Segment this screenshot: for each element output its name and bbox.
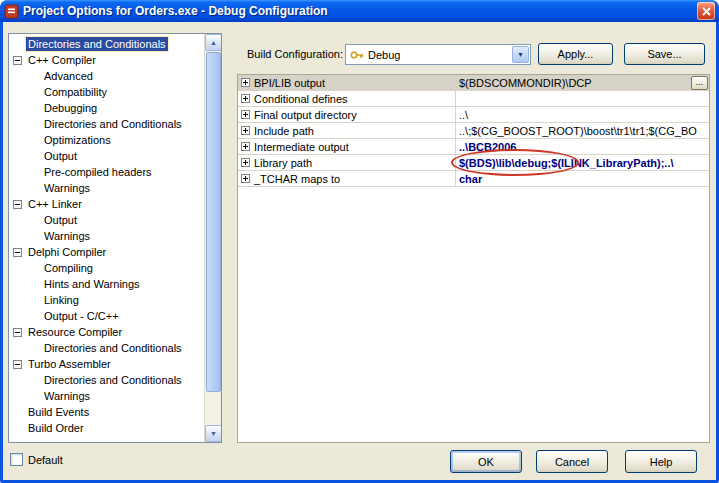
tree-item-precompiled-headers[interactable]: Pre-compiled headers <box>9 164 204 180</box>
tree-item-cpp-linker[interactable]: C++ Linker <box>9 196 204 212</box>
expand-icon[interactable] <box>241 174 250 183</box>
property-grid: BPI/LIB output $(BDSCOMMONDIR)\DCP... Co… <box>237 74 710 443</box>
window-icon <box>4 4 19 19</box>
dialog-body: Directories and Conditionals C++ Compile… <box>3 22 716 480</box>
tree-scrollbar[interactable]: ▲ ▼ <box>204 34 221 442</box>
property-row-include-path[interactable]: Include path ..\;$(CG_BOOST_ROOT)\boost\… <box>238 123 709 139</box>
tree-item-build-events[interactable]: Build Events <box>9 404 204 420</box>
property-row-intermediate-output[interactable]: Intermediate output ..\BCB2006 <box>238 139 709 155</box>
help-button[interactable]: Help <box>625 450 697 473</box>
property-row-tchar-maps-to[interactable]: _TCHAR maps to char <box>238 171 709 187</box>
collapse-icon[interactable] <box>13 360 22 369</box>
property-value[interactable]: ..\ <box>459 109 709 121</box>
property-value[interactable]: ..\BCB2006 <box>459 141 709 153</box>
tree-item-tasm-warnings[interactable]: Warnings <box>9 388 204 404</box>
expand-icon[interactable] <box>241 142 250 151</box>
property-value[interactable]: ..\;$(CG_BOOST_ROOT)\boost\tr1\tr1;$(CG_… <box>459 125 709 137</box>
property-value[interactable]: char <box>459 173 709 185</box>
title-bar[interactable]: Project Options for Orders.exe - Debug C… <box>0 0 719 22</box>
tree-item-turbo-assembler[interactable]: Turbo Assembler <box>9 356 204 372</box>
tree-item-output[interactable]: Output <box>9 148 204 164</box>
expand-icon[interactable] <box>241 94 250 103</box>
tree-item-output-c-cpp[interactable]: Output - C/C++ <box>9 308 204 324</box>
property-name: Library path <box>254 157 312 169</box>
tree-item-directories-and-conditionals-tasm[interactable]: Directories and Conditionals <box>9 372 204 388</box>
property-value[interactable]: $(BDSCOMMONDIR)\DCP <box>459 77 691 89</box>
collapse-icon[interactable] <box>13 56 22 65</box>
expand-icon[interactable] <box>241 110 250 119</box>
tree-item-resource-compiler[interactable]: Resource Compiler <box>9 324 204 340</box>
project-options-dialog: Project Options for Orders.exe - Debug C… <box>0 0 719 483</box>
expand-icon[interactable] <box>241 78 250 87</box>
tree-item-advanced[interactable]: Advanced <box>9 68 204 84</box>
build-configuration-select[interactable]: Debug ▼ <box>345 44 531 65</box>
tree-item-compiling[interactable]: Compiling <box>9 260 204 276</box>
property-name: BPI/LIB output <box>254 77 325 89</box>
default-option[interactable]: Default <box>10 453 63 466</box>
expand-icon[interactable] <box>241 158 250 167</box>
cancel-button[interactable]: Cancel <box>536 450 608 473</box>
build-configuration-value: Debug <box>368 49 511 61</box>
tree-item-build-order[interactable]: Build Order <box>9 420 204 436</box>
window-title: Project Options for Orders.exe - Debug C… <box>23 4 693 18</box>
tree-item-linking[interactable]: Linking <box>9 292 204 308</box>
collapse-icon[interactable] <box>13 248 22 257</box>
property-name: _TCHAR maps to <box>254 173 340 185</box>
ellipsis-button[interactable]: ... <box>691 76 708 90</box>
tree-item-directories-and-conditionals-cpp[interactable]: Directories and Conditionals <box>9 116 204 132</box>
tree-item-directories-and-conditionals[interactable]: Directories and Conditionals <box>9 36 204 52</box>
tree-item-optimizations[interactable]: Optimizations <box>9 132 204 148</box>
property-row-library-path[interactable]: Library path $(BDS)\lib\debug;$(ILINK_Li… <box>238 155 709 171</box>
ok-button[interactable]: OK <box>450 450 522 473</box>
tree-item-linker-output[interactable]: Output <box>9 212 204 228</box>
scrollbar-thumb[interactable] <box>206 52 221 392</box>
chevron-down-icon[interactable]: ▼ <box>512 46 529 63</box>
options-tree: Directories and Conditionals C++ Compile… <box>8 33 222 443</box>
tree-item-compatibility[interactable]: Compatibility <box>9 84 204 100</box>
collapse-icon[interactable] <box>13 328 22 337</box>
property-row-bpi-lib-output[interactable]: BPI/LIB output $(BDSCOMMONDIR)\DCP... <box>238 75 709 91</box>
property-name: Intermediate output <box>254 141 349 153</box>
property-name: Conditional defines <box>254 93 348 105</box>
tree-item-delphi-compiler[interactable]: Delphi Compiler <box>9 244 204 260</box>
tree-item-cpp-compiler[interactable]: C++ Compiler <box>9 52 204 68</box>
collapse-icon[interactable] <box>13 200 22 209</box>
tree-item-directories-and-conditionals-rc[interactable]: Directories and Conditionals <box>9 340 204 356</box>
save-button[interactable]: Save... <box>624 43 705 65</box>
property-name: Final output directory <box>254 109 357 121</box>
property-name: Include path <box>254 125 314 137</box>
tree-item-hints-and-warnings[interactable]: Hints and Warnings <box>9 276 204 292</box>
default-checkbox-label: Default <box>28 454 63 466</box>
library-path-rest: $(ILINK_LibraryPath);..\ <box>551 157 673 169</box>
build-configuration-label: Build Configuration: <box>247 48 343 60</box>
tree-item-warnings-cpp[interactable]: Warnings <box>9 180 204 196</box>
property-row-conditional-defines[interactable]: Conditional defines <box>238 91 709 107</box>
close-button[interactable] <box>697 2 715 20</box>
tree-item-debugging[interactable]: Debugging <box>9 100 204 116</box>
property-row-final-output-directory[interactable]: Final output directory ..\ <box>238 107 709 123</box>
apply-button[interactable]: Apply... <box>538 43 613 65</box>
scroll-up-icon[interactable]: ▲ <box>205 34 222 51</box>
default-checkbox[interactable] <box>10 453 23 466</box>
library-path-highlighted: $(BDS)\lib\debug; <box>459 157 551 169</box>
tree-item-linker-warnings[interactable]: Warnings <box>9 228 204 244</box>
scroll-down-icon[interactable]: ▼ <box>205 425 222 442</box>
expand-icon[interactable] <box>241 126 250 135</box>
property-value[interactable]: $(BDS)\lib\debug;$(ILINK_LibraryPath);..… <box>459 157 709 169</box>
key-icon <box>350 49 364 61</box>
